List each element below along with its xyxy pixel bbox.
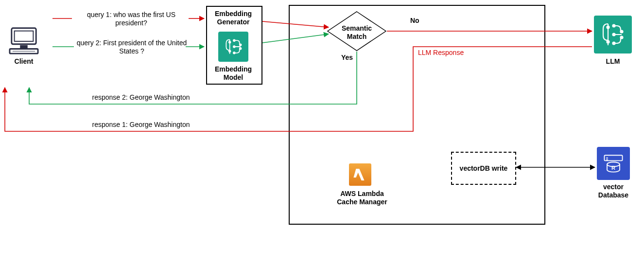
embedding-model-label: Embedding Model [210, 65, 257, 82]
svg-point-13 [607, 26, 609, 29]
svg-rect-1 [15, 31, 34, 41]
svg-point-17 [613, 25, 615, 27]
semantic-match-yes-label: Yes [341, 53, 353, 61]
svg-point-5 [229, 41, 231, 43]
svg-point-11 [233, 52, 235, 54]
llm-icon [594, 16, 632, 53]
svg-point-18 [613, 34, 615, 36]
svg-point-9 [233, 39, 235, 41]
embedding-model-icon [218, 32, 248, 62]
query2-label: query 2: First president of the United S… [76, 39, 188, 55]
svg-point-15 [621, 31, 623, 33]
semantic-match-no-label: No [410, 17, 419, 24]
response2-label: response 2: George Washington [63, 93, 219, 102]
svg-point-10 [233, 46, 235, 48]
vectordb-write-box: vectorDB write [451, 152, 516, 185]
llm-label: LLM [603, 57, 623, 66]
client-icon [9, 25, 39, 55]
diagram-canvas: Client query 1: who was the first US pre… [0, 0, 644, 267]
svg-point-14 [607, 41, 609, 43]
vectordb-write-label: vectorDB write [459, 164, 508, 173]
svg-point-6 [229, 50, 231, 52]
svg-point-19 [613, 42, 615, 45]
svg-point-16 [621, 36, 623, 39]
svg-point-8 [240, 48, 242, 50]
vector-database-label: vector Database [593, 183, 634, 199]
svg-text:R: R [611, 165, 615, 171]
llm-response-label: LLM Response [418, 49, 464, 56]
aws-lambda-icon [349, 163, 371, 186]
aws-lambda-label: AWS Lambda Cache Manager [331, 190, 394, 206]
client-label: Client [11, 57, 37, 66]
query1-label: query 1: who was the first US president? [73, 11, 190, 27]
vector-database-icon: R [597, 147, 630, 180]
embedding-generator-title: Embedding Generator [208, 10, 259, 26]
response1-label: response 1: George Washington [63, 121, 219, 129]
svg-point-7 [240, 44, 242, 46]
semantic-match-label: Semantic Match [332, 24, 381, 41]
